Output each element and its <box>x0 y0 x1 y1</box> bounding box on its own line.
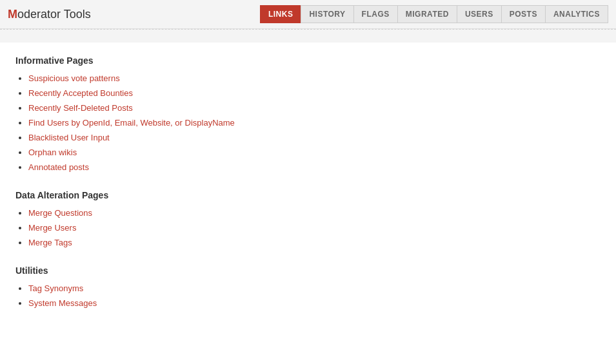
header: Moderator Tools LINKSHISTORYFLAGSMIGRATE… <box>0 0 616 29</box>
link-0-2[interactable]: Recently Self-Deleted Posts <box>28 103 133 113</box>
title-text-rest: oderator Tools <box>17 8 91 21</box>
list-item: Recently Accepted Bounties <box>28 88 601 98</box>
list-item: Tag Synonyms <box>28 283 601 293</box>
tab-posts[interactable]: POSTS <box>501 5 545 23</box>
header-divider <box>0 29 616 30</box>
link-0-3[interactable]: Find Users by OpenId, Email, Website, or… <box>28 118 235 128</box>
list-item: Recently Self-Deleted Posts <box>28 103 601 113</box>
link-0-0[interactable]: Suspicious vote patterns <box>28 73 120 83</box>
tab-history[interactable]: HISTORY <box>301 5 353 23</box>
list-item: Merge Users <box>28 223 601 233</box>
section-list-1: Merge QuestionsMerge UsersMerge Tags <box>15 208 601 247</box>
list-item: Merge Questions <box>28 208 601 218</box>
tab-analytics[interactable]: ANALYTICS <box>545 5 608 23</box>
main-content: Informative PagesSuspicious vote pattern… <box>0 43 616 364</box>
link-0-5[interactable]: Orphan wikis <box>28 148 77 157</box>
link-1-1[interactable]: Merge Users <box>28 223 76 233</box>
tab-users[interactable]: USERS <box>457 5 501 23</box>
list-item: Blacklisted User Input <box>28 133 601 142</box>
section-2: UtilitiesTag SynonymsSystem Messages <box>15 265 601 308</box>
link-2-1[interactable]: System Messages <box>28 298 97 308</box>
list-item: Orphan wikis <box>28 148 601 157</box>
link-1-0[interactable]: Merge Questions <box>28 208 92 218</box>
title-letter-m: M <box>8 8 17 21</box>
section-list-0: Suspicious vote patternsRecently Accepte… <box>15 73 601 172</box>
list-item: Merge Tags <box>28 238 601 247</box>
tab-migrated[interactable]: MIGRATED <box>397 5 457 23</box>
tab-flags[interactable]: FLAGS <box>353 5 397 23</box>
section-title-2: Utilities <box>15 265 601 276</box>
section-1: Data Alteration PagesMerge QuestionsMerg… <box>15 190 601 247</box>
link-0-4[interactable]: Blacklisted User Input <box>28 133 110 142</box>
tab-bar: LINKSHISTORYFLAGSMIGRATEDUSERSPOSTSANALY… <box>260 5 608 23</box>
link-1-2[interactable]: Merge Tags <box>28 238 72 247</box>
list-item: Annotated posts <box>28 162 601 172</box>
section-title-1: Data Alteration Pages <box>15 190 601 200</box>
list-item: Find Users by OpenId, Email, Website, or… <box>28 118 601 128</box>
section-0: Informative PagesSuspicious vote pattern… <box>15 55 601 172</box>
section-title-0: Informative Pages <box>15 55 601 66</box>
section-list-2: Tag SynonymsSystem Messages <box>15 283 601 308</box>
list-item: Suspicious vote patterns <box>28 73 601 83</box>
link-0-1[interactable]: Recently Accepted Bounties <box>28 88 133 98</box>
link-0-6[interactable]: Annotated posts <box>28 162 89 172</box>
link-2-0[interactable]: Tag Synonyms <box>28 283 83 293</box>
tab-links[interactable]: LINKS <box>260 5 301 23</box>
list-item: System Messages <box>28 298 601 308</box>
page-title: Moderator Tools <box>8 8 91 21</box>
